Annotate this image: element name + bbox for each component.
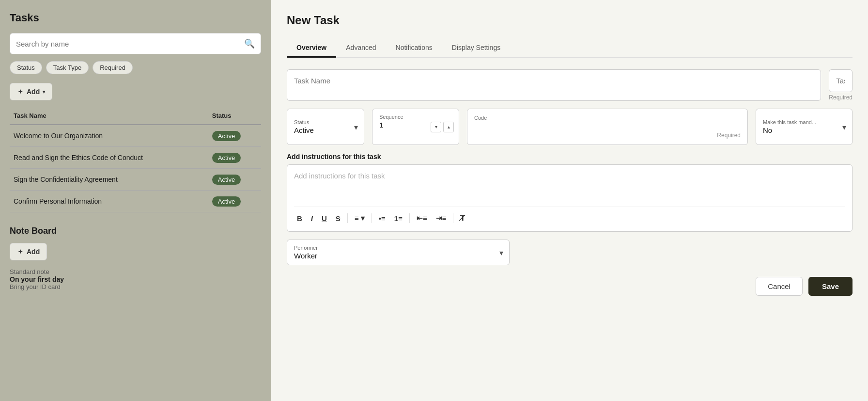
col-status: Status: [208, 109, 261, 125]
italic-button[interactable]: I: [308, 212, 316, 225]
status-cell: Active: [208, 169, 261, 191]
indent-decrease-button[interactable]: ⇤≡: [414, 212, 430, 225]
instructions-label: Add instructions for this task: [287, 153, 852, 160]
status-cell: Active: [208, 147, 261, 169]
add-task-button[interactable]: ＋ Add ▾: [10, 83, 52, 100]
task-name-cell: Welcome to Our Organization: [10, 125, 208, 147]
clear-format-button[interactable]: T̸: [457, 212, 468, 225]
mandatory-field[interactable]: Make this task mand... No ▾: [756, 109, 852, 145]
new-task-title: New Task: [287, 14, 852, 27]
search-input[interactable]: [16, 40, 244, 48]
status-badge: Active: [212, 196, 241, 207]
code-required-label: Required: [474, 132, 741, 139]
performer-value: Worker: [294, 252, 502, 260]
code-label: Code: [474, 115, 741, 121]
bold-button[interactable]: B: [294, 212, 305, 225]
toolbar: B I U S ≡ ▾ •≡ 1≡ ⇤≡ ⇥≡ T̸: [294, 207, 845, 225]
add-task-label: Add: [27, 88, 40, 96]
filter-row: Status Task Type Required: [10, 61, 261, 74]
tab-overview[interactable]: Overview: [287, 39, 336, 58]
bullet-list-button[interactable]: •≡: [376, 212, 388, 225]
strikethrough-button[interactable]: S: [333, 212, 343, 225]
code-field[interactable]: Code Required: [467, 109, 748, 145]
cancel-button[interactable]: Cancel: [756, 277, 803, 296]
performer-field[interactable]: Performer Worker ▾: [287, 240, 510, 265]
description-wrapper: Required: [829, 69, 852, 101]
tasks-title: Tasks: [10, 12, 261, 24]
chevron-down-icon: ▾: [43, 89, 45, 95]
tabs: Overview Advanced Notifications Display …: [287, 39, 852, 58]
note-item: Standard note On your first day Bring yo…: [10, 268, 261, 290]
task-name-input[interactable]: [294, 77, 814, 85]
search-icon: 🔍: [244, 38, 255, 49]
status-field[interactable]: Status Active ▾: [287, 109, 364, 145]
status-value: Active: [294, 126, 357, 134]
task-description-input[interactable]: [836, 77, 845, 85]
required-label: Required: [829, 94, 852, 101]
task-name-cell: Read and Sign the Ethics Code of Conduct: [10, 147, 208, 169]
add-note-label: Add: [27, 248, 40, 256]
table-row[interactable]: Welcome to Our Organization Active: [10, 125, 261, 147]
mandatory-label: Make this task mand...: [763, 119, 845, 125]
sequence-arrows: ▾ ▴: [431, 122, 454, 132]
sequence-up-arrow[interactable]: ▴: [443, 122, 454, 132]
toolbar-divider: [372, 213, 372, 223]
task-name-cell: Sign the Confidentiality Agreement: [10, 169, 208, 191]
name-description-row: Required: [287, 69, 852, 101]
filter-required[interactable]: Required: [93, 61, 133, 74]
filter-task-type[interactable]: Task Type: [46, 61, 89, 74]
status-sequence-row: Status Active ▾ Sequence 1 ▾ ▴ Code Requ…: [287, 109, 852, 145]
status-badge: Active: [212, 175, 241, 185]
toolbar-divider: [453, 213, 453, 223]
ordered-list-button[interactable]: 1≡: [391, 212, 405, 225]
sequence-down-arrow[interactable]: ▾: [431, 122, 441, 132]
status-badge: Active: [212, 153, 241, 163]
table-row[interactable]: Sign the Confidentiality Agreement Activ…: [10, 169, 261, 191]
performer-label: Performer: [294, 245, 502, 251]
tab-advanced[interactable]: Advanced: [336, 39, 386, 58]
footer-buttons: Cancel Save: [287, 277, 852, 296]
table-row[interactable]: Read and Sign the Ethics Code of Conduct…: [10, 147, 261, 169]
performer-row: Performer Worker ▾: [287, 240, 852, 265]
toolbar-divider: [409, 213, 410, 223]
filter-status[interactable]: Status: [10, 61, 42, 74]
toolbar-divider: [347, 213, 348, 223]
instructions-box[interactable]: Add instructions for this task B I U S ≡…: [287, 164, 852, 232]
status-cell: Active: [208, 191, 261, 212]
indent-increase-button[interactable]: ⇥≡: [433, 212, 450, 225]
code-input[interactable]: [474, 122, 741, 130]
note-body: Bring your ID card: [10, 283, 261, 290]
left-panel: Tasks 🔍 Status Task Type Required ＋ Add …: [0, 0, 271, 401]
note-title: On your first day: [10, 275, 261, 283]
task-description-field[interactable]: [829, 69, 852, 92]
mandatory-value: No: [763, 126, 845, 134]
right-panel: New Task Overview Advanced Notifications…: [271, 0, 868, 401]
instructions-placeholder: Add instructions for this task: [294, 172, 845, 201]
tab-display-settings[interactable]: Display Settings: [442, 39, 510, 58]
task-name-field[interactable]: [287, 69, 821, 101]
tab-notifications[interactable]: Notifications: [386, 39, 442, 58]
table-row[interactable]: Confirm Personal Information Active: [10, 191, 261, 212]
add-note-button[interactable]: ＋ Add: [10, 243, 47, 260]
sequence-label: Sequence: [379, 114, 452, 120]
plus-icon: ＋: [17, 87, 24, 96]
sequence-field[interactable]: Sequence 1 ▾ ▴: [372, 109, 459, 145]
task-name-cell: Confirm Personal Information: [10, 191, 208, 212]
task-table: Task Name Status Welcome to Our Organiza…: [10, 109, 261, 212]
align-button[interactable]: ≡ ▾: [352, 212, 368, 225]
status-cell: Active: [208, 125, 261, 147]
chevron-down-icon: ▾: [499, 248, 503, 257]
search-bar[interactable]: 🔍: [10, 33, 261, 54]
status-label: Status: [294, 119, 357, 125]
col-task-name: Task Name: [10, 109, 208, 125]
plus-icon: ＋: [17, 247, 24, 256]
underline-button[interactable]: U: [319, 212, 330, 225]
note-board-title: Note Board: [10, 226, 261, 236]
note-type: Standard note: [10, 268, 261, 275]
note-board-section: Note Board ＋ Add Standard note On your f…: [10, 226, 261, 290]
status-badge: Active: [212, 131, 241, 141]
save-button[interactable]: Save: [808, 277, 852, 296]
